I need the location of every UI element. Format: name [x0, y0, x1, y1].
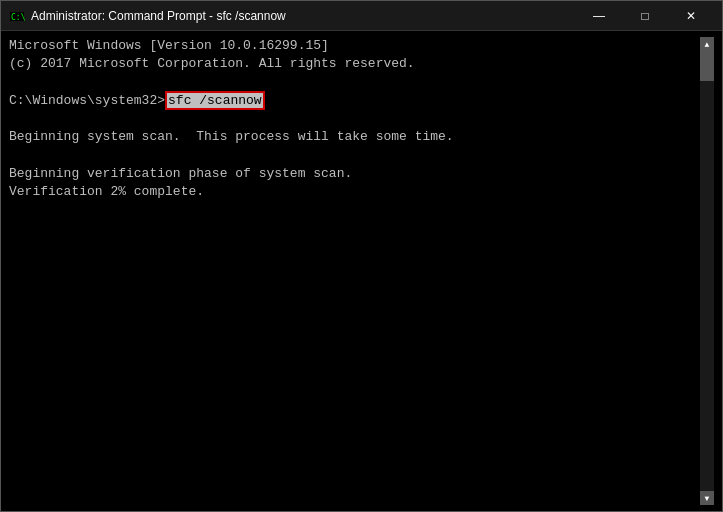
terminal-line-verification-phase: Beginning verification phase of system s… — [9, 165, 700, 183]
title-bar: C:\ Administrator: Command Prompt - sfc … — [1, 1, 722, 31]
prompt: C:\Windows\system32> — [9, 93, 165, 108]
terminal-line: Microsoft Windows [Version 10.0.16299.15… — [9, 37, 700, 55]
scrollbar-track[interactable] — [700, 51, 714, 491]
title-bar-left: C:\ Administrator: Command Prompt - sfc … — [9, 8, 286, 24]
svg-text:C:\: C:\ — [11, 13, 25, 22]
terminal-content[interactable]: Microsoft Windows [Version 10.0.16299.15… — [9, 37, 700, 505]
command-highlight: sfc /scannow — [165, 91, 265, 110]
terminal-line: Beginning system scan. This process will… — [9, 128, 700, 146]
scrollbar-up-arrow[interactable]: ▲ — [700, 37, 714, 51]
command-line: C:\Windows\system32>sfc /scannow — [9, 91, 700, 110]
scrollbar[interactable]: ▲ ▼ — [700, 37, 714, 505]
terminal-body: Microsoft Windows [Version 10.0.16299.15… — [1, 31, 722, 511]
terminal-line — [9, 73, 700, 91]
terminal-line — [9, 147, 700, 165]
cmd-icon: C:\ — [9, 8, 25, 24]
maximize-button[interactable]: □ — [622, 1, 668, 31]
minimize-button[interactable]: — — [576, 1, 622, 31]
cmd-window: C:\ Administrator: Command Prompt - sfc … — [0, 0, 723, 512]
terminal-line-verification-complete: Verification 2% complete. — [9, 183, 700, 201]
scrollbar-thumb[interactable] — [700, 51, 714, 81]
window-controls: — □ ✕ — [576, 1, 714, 31]
terminal-line — [9, 110, 700, 128]
window-title: Administrator: Command Prompt - sfc /sca… — [31, 9, 286, 23]
close-button[interactable]: ✕ — [668, 1, 714, 31]
scrollbar-down-arrow[interactable]: ▼ — [700, 491, 714, 505]
terminal-line: (c) 2017 Microsoft Corporation. All righ… — [9, 55, 700, 73]
